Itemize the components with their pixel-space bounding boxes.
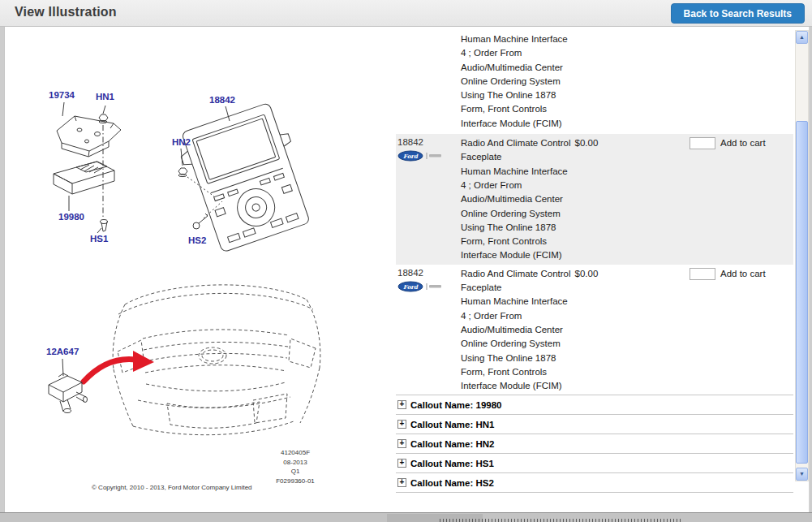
cart-column: Add to cart [690,267,793,394]
nut-hn2-drawing [178,149,214,196]
clipped-text-fragment [440,519,683,522]
description-line: Faceplate [461,150,690,164]
content-panel: 19734 HN1 18842 HN2 19980 HS1 HS2 12A647… [4,27,810,512]
quantity-input[interactable] [690,137,715,149]
callout-label-hn2: HN2 [172,137,191,147]
description-line: Audio/Multimedia Center [461,61,793,75]
nut-hn1-drawing [99,106,108,218]
description-line: 4 ; Order From [461,309,690,323]
scroll-up-button[interactable]: ▲ [796,31,808,44]
description-line: Faceplate [461,281,690,295]
scrollbar-thumb[interactable] [796,121,808,464]
part-number: 18842 [397,267,461,279]
description-line: Audio/Multimedia Center [461,192,690,206]
stamp-line: F0299360-01 [261,477,329,486]
description-line: Form, Front Controls [461,365,690,379]
callout-row-label: Callout Name: HN1 [410,420,495,429]
callout-label-18842: 18842 [209,95,235,105]
ford-wordmark: Ford [403,283,419,290]
screw-hs1-drawing [97,220,108,234]
description-line: Using The Online 1878 [461,88,793,102]
callout-row-label: Callout Name: HN2 [410,439,495,449]
add-to-cart-link[interactable]: Add to cart [720,268,766,280]
sensor-drawing [49,359,88,413]
description-line: 4 ; Order From [461,179,690,192]
description-line: Form, Front Controls [461,235,690,248]
description-line: Human Machine Interface [461,295,690,308]
stamp-line: 08-2013 [261,458,329,468]
callout-row-hs1[interactable]: + Callout Name: HS1 [396,453,793,472]
callout-label-19734: 19734 [49,90,75,100]
bracket-drawing [57,102,121,157]
part-name: Radio And Climate Control [461,269,571,278]
callout-row-hn1[interactable]: + Callout Name: HN1 [396,414,793,434]
callout-label-hs1: HS1 [90,234,108,244]
expand-plus-icon[interactable]: + [397,459,406,468]
callout-row-19980[interactable]: + Callout Name: 19980 [396,395,793,414]
expand-plus-icon[interactable]: + [397,420,406,429]
callout-label-hs2: HS2 [188,235,206,245]
part-name: Radio And Climate Control [461,138,571,148]
description-line: Interface Module (FCIM) [461,248,690,262]
drawing-stamp: 4120405F 08-2013 Q1 F0299360-01 [261,448,329,485]
parts-list: Human Machine Interface 4 ; Order From A… [396,30,793,493]
ford-parts-logo-icon: Ford [397,150,443,162]
back-to-search-results-button[interactable]: Back to Search Results [671,3,805,24]
radio-unit-drawing [174,100,317,255]
callout-list: + Callout Name: 19980 + Callout Name: HN… [396,395,793,493]
part-number: 18842 [397,136,461,149]
description-line: Online Ordering System [461,75,793,88]
part-id-column: 18842 Ford [396,267,461,394]
stamp-line: Q1 [261,467,329,477]
callout-row-hs2[interactable]: + Callout Name: HS2 [396,472,793,493]
description-line: Human Machine Interface [461,165,690,179]
part-row: 18842 Ford Radio And Climate Control$0.0… [396,265,793,395]
description-line: Online Ordering System [461,207,690,221]
description-line: Interface Module (FCIM) [461,379,690,393]
cart-column: Add to cart [690,136,793,263]
part-price: $0.00 [575,138,599,148]
header-bar: View Illustration Back to Search Results [0,0,812,27]
description-line: Human Machine Interface [461,32,793,46]
ford-wordmark: Ford [403,153,419,160]
callout-label-12a647: 12A647 [46,347,79,356]
description-line: Interface Module (FCIM) [461,117,793,131]
description-line: 4 ; Order From [461,46,793,60]
description-line: Online Ordering System [461,337,690,351]
callout-row-label: Callout Name: 19980 [410,400,502,410]
part-description: Radio And Climate Control$0.00 Faceplate… [461,136,690,263]
description-line: Audio/Multimedia Center [461,323,690,337]
page-title: View Illustration [15,5,117,19]
copyright-note: © Copyright, 2010 - 2013, Ford Motor Com… [92,484,252,491]
ford-parts-wordmark [429,285,441,288]
add-to-cart-link[interactable]: Add to cart [720,137,766,149]
description-line: Using The Online 1878 [461,352,690,365]
scroll-down-button[interactable]: ▼ [796,468,808,481]
part-id-column: 18842 Ford [396,136,461,263]
expand-plus-icon[interactable]: + [397,439,406,448]
callout-row-hn2[interactable]: + Callout Name: HN2 [396,434,793,453]
callout-row-label: Callout Name: HS1 [410,459,494,468]
part-row: 18842 Ford Radio And Climate Control$0.0… [396,134,793,265]
vertical-scrollbar[interactable]: ▲ ▼ [795,30,809,481]
callout-row-label: Callout Name: HS2 [410,478,494,488]
description-line: Using The Online 1878 [461,221,690,235]
part-price: $0.00 [575,269,599,278]
quantity-input[interactable] [690,268,715,280]
callout-label-hn1: HN1 [96,92,114,101]
bottom-window-edge [0,512,812,522]
expand-plus-icon[interactable]: + [397,400,406,409]
ford-parts-wordmark [429,154,441,157]
module-drawing [54,162,114,211]
illustration-pane: 19734 HN1 18842 HN2 19980 HS1 HS2 12A647… [5,27,395,512]
stamp-line: 4120405F [261,448,329,458]
part-description: Radio And Climate Control$0.00 Faceplate… [461,267,690,394]
screw-hs2-drawing [193,201,222,229]
description-line: Form, Front Controls [461,102,793,116]
expand-plus-icon[interactable]: + [397,478,406,487]
callout-label-19980: 19980 [58,212,84,222]
ford-parts-logo-icon: Ford [397,281,443,292]
part-row-scrolled: Human Machine Interface 4 ; Order From A… [396,30,793,134]
